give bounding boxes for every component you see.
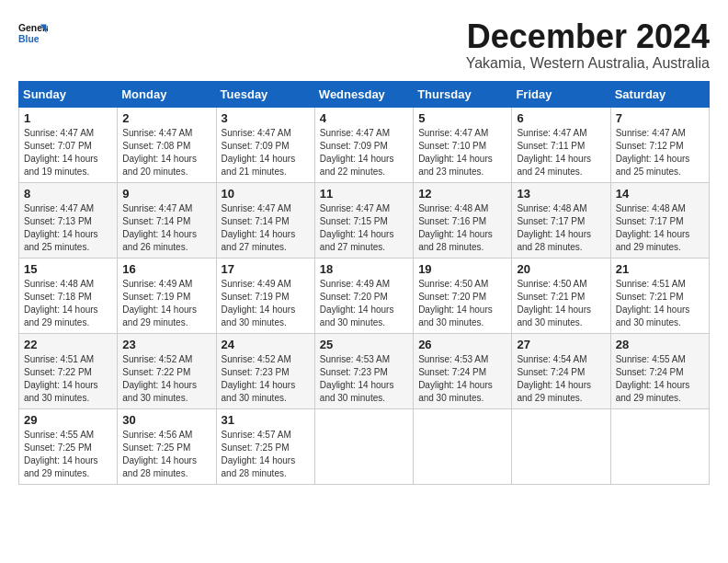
day-info: Sunrise: 4:48 AM Sunset: 7:17 PM Dayligh… — [517, 202, 605, 254]
day-cell-8: 8 Sunrise: 4:47 AM Sunset: 7:13 PM Dayli… — [19, 182, 118, 258]
calendar-week-3: 15 Sunrise: 4:48 AM Sunset: 7:18 PM Dayl… — [19, 258, 710, 333]
day-cell-24: 24 Sunrise: 4:52 AM Sunset: 7:23 PM Dayl… — [216, 333, 314, 408]
day-info: Sunrise: 4:56 AM Sunset: 7:25 PM Dayligh… — [122, 429, 210, 480]
day-info: Sunrise: 4:57 AM Sunset: 7:25 PM Dayligh… — [222, 429, 310, 480]
day-cell-21: 21 Sunrise: 4:51 AM Sunset: 7:21 PM Dayl… — [610, 258, 709, 333]
empty-cell — [314, 408, 413, 484]
day-info: Sunrise: 4:50 AM Sunset: 7:21 PM Dayligh… — [517, 278, 605, 329]
day-cell-26: 26 Sunrise: 4:53 AM Sunset: 7:24 PM Dayl… — [414, 333, 512, 408]
day-info: Sunrise: 4:52 AM Sunset: 7:22 PM Dayligh… — [122, 353, 210, 405]
day-number: 16 — [122, 262, 210, 276]
day-info: Sunrise: 4:47 AM Sunset: 7:11 PM Dayligh… — [517, 127, 605, 178]
day-number: 10 — [222, 187, 310, 201]
day-cell-5: 5 Sunrise: 4:47 AM Sunset: 7:10 PM Dayli… — [414, 107, 512, 182]
day-cell-22: 22 Sunrise: 4:51 AM Sunset: 7:22 PM Dayl… — [19, 333, 118, 408]
day-cell-13: 13 Sunrise: 4:48 AM Sunset: 7:17 PM Dayl… — [512, 182, 610, 258]
day-number: 30 — [122, 413, 210, 427]
day-info: Sunrise: 4:51 AM Sunset: 7:22 PM Dayligh… — [24, 353, 112, 405]
day-number: 31 — [222, 413, 310, 427]
day-number: 7 — [616, 111, 704, 125]
day-number: 3 — [222, 111, 310, 125]
logo: General Blue — [18, 18, 48, 48]
day-number: 6 — [517, 111, 605, 125]
day-info: Sunrise: 4:51 AM Sunset: 7:21 PM Dayligh… — [616, 278, 704, 329]
day-info: Sunrise: 4:47 AM Sunset: 7:13 PM Dayligh… — [24, 202, 112, 254]
day-number: 8 — [24, 187, 112, 201]
day-info: Sunrise: 4:47 AM Sunset: 7:09 PM Dayligh… — [222, 127, 310, 178]
day-number: 2 — [122, 111, 210, 125]
day-cell-15: 15 Sunrise: 4:48 AM Sunset: 7:18 PM Dayl… — [19, 258, 118, 333]
day-header-friday: Friday — [512, 81, 610, 107]
calendar-week-2: 8 Sunrise: 4:47 AM Sunset: 7:13 PM Dayli… — [19, 182, 710, 258]
day-header-thursday: Thursday — [414, 81, 512, 107]
day-info: Sunrise: 4:55 AM Sunset: 7:24 PM Dayligh… — [616, 353, 704, 405]
day-info: Sunrise: 4:49 AM Sunset: 7:20 PM Dayligh… — [320, 278, 408, 329]
day-cell-4: 4 Sunrise: 4:47 AM Sunset: 7:09 PM Dayli… — [314, 107, 413, 182]
day-number: 12 — [418, 187, 506, 201]
day-number: 13 — [517, 187, 605, 201]
svg-text:Blue: Blue — [18, 34, 40, 44]
day-cell-30: 30 Sunrise: 4:56 AM Sunset: 7:25 PM Dayl… — [118, 408, 216, 484]
day-number: 22 — [24, 338, 112, 351]
month-title: December 2024 — [466, 18, 710, 55]
day-cell-19: 19 Sunrise: 4:50 AM Sunset: 7:20 PM Dayl… — [414, 258, 512, 333]
day-cell-29: 29 Sunrise: 4:55 AM Sunset: 7:25 PM Dayl… — [19, 408, 118, 484]
day-info: Sunrise: 4:47 AM Sunset: 7:15 PM Dayligh… — [320, 202, 408, 254]
day-cell-27: 27 Sunrise: 4:54 AM Sunset: 7:24 PM Dayl… — [512, 333, 610, 408]
calendar-week-5: 29 Sunrise: 4:55 AM Sunset: 7:25 PM Dayl… — [19, 408, 710, 484]
empty-cell — [414, 408, 512, 484]
day-cell-3: 3 Sunrise: 4:47 AM Sunset: 7:09 PM Dayli… — [216, 107, 314, 182]
day-info: Sunrise: 4:50 AM Sunset: 7:20 PM Dayligh… — [418, 278, 506, 329]
calendar-table: SundayMondayTuesdayWednesdayThursdayFrid… — [18, 81, 710, 485]
day-info: Sunrise: 4:53 AM Sunset: 7:23 PM Dayligh… — [320, 353, 408, 405]
day-number: 19 — [418, 262, 506, 276]
day-info: Sunrise: 4:48 AM Sunset: 7:17 PM Dayligh… — [616, 202, 704, 254]
day-info: Sunrise: 4:47 AM Sunset: 7:12 PM Dayligh… — [616, 127, 704, 178]
logo-icon: General Blue — [18, 18, 48, 48]
day-info: Sunrise: 4:47 AM Sunset: 7:08 PM Dayligh… — [122, 127, 210, 178]
day-cell-6: 6 Sunrise: 4:47 AM Sunset: 7:11 PM Dayli… — [512, 107, 610, 182]
day-info: Sunrise: 4:53 AM Sunset: 7:24 PM Dayligh… — [418, 353, 506, 405]
day-number: 1 — [24, 111, 112, 125]
day-number: 14 — [616, 187, 704, 201]
day-cell-7: 7 Sunrise: 4:47 AM Sunset: 7:12 PM Dayli… — [610, 107, 709, 182]
empty-cell — [610, 408, 709, 484]
day-number: 20 — [517, 262, 605, 276]
location-title: Yakamia, Western Australia, Australia — [466, 55, 710, 72]
day-number: 5 — [418, 111, 506, 125]
day-header-saturday: Saturday — [610, 81, 709, 107]
day-info: Sunrise: 4:52 AM Sunset: 7:23 PM Dayligh… — [222, 353, 310, 405]
day-header-tuesday: Tuesday — [216, 81, 314, 107]
day-cell-31: 31 Sunrise: 4:57 AM Sunset: 7:25 PM Dayl… — [216, 408, 314, 484]
day-info: Sunrise: 4:54 AM Sunset: 7:24 PM Dayligh… — [517, 353, 605, 405]
day-number: 17 — [222, 262, 310, 276]
day-cell-9: 9 Sunrise: 4:47 AM Sunset: 7:14 PM Dayli… — [118, 182, 216, 258]
day-info: Sunrise: 4:47 AM Sunset: 7:10 PM Dayligh… — [418, 127, 506, 178]
day-number: 18 — [320, 262, 408, 276]
calendar-week-1: 1 Sunrise: 4:47 AM Sunset: 7:07 PM Dayli… — [19, 107, 710, 182]
day-info: Sunrise: 4:48 AM Sunset: 7:16 PM Dayligh… — [418, 202, 506, 254]
day-number: 27 — [517, 338, 605, 351]
day-header-monday: Monday — [118, 81, 216, 107]
day-cell-14: 14 Sunrise: 4:48 AM Sunset: 7:17 PM Dayl… — [610, 182, 709, 258]
day-number: 24 — [222, 338, 310, 351]
day-cell-17: 17 Sunrise: 4:49 AM Sunset: 7:19 PM Dayl… — [216, 258, 314, 333]
day-number: 23 — [122, 338, 210, 351]
day-number: 26 — [418, 338, 506, 351]
day-info: Sunrise: 4:47 AM Sunset: 7:14 PM Dayligh… — [122, 202, 210, 254]
day-cell-20: 20 Sunrise: 4:50 AM Sunset: 7:21 PM Dayl… — [512, 258, 610, 333]
day-info: Sunrise: 4:55 AM Sunset: 7:25 PM Dayligh… — [24, 429, 112, 480]
day-number: 28 — [616, 338, 704, 351]
day-number: 29 — [24, 413, 112, 427]
day-cell-11: 11 Sunrise: 4:47 AM Sunset: 7:15 PM Dayl… — [314, 182, 413, 258]
day-header-sunday: Sunday — [19, 81, 118, 107]
day-cell-25: 25 Sunrise: 4:53 AM Sunset: 7:23 PM Dayl… — [314, 333, 413, 408]
calendar-header-row: SundayMondayTuesdayWednesdayThursdayFrid… — [19, 81, 710, 107]
day-number: 25 — [320, 338, 408, 351]
day-number: 21 — [616, 262, 704, 276]
calendar-week-4: 22 Sunrise: 4:51 AM Sunset: 7:22 PM Dayl… — [19, 333, 710, 408]
day-info: Sunrise: 4:47 AM Sunset: 7:07 PM Dayligh… — [24, 127, 112, 178]
day-cell-12: 12 Sunrise: 4:48 AM Sunset: 7:16 PM Dayl… — [414, 182, 512, 258]
day-info: Sunrise: 4:49 AM Sunset: 7:19 PM Dayligh… — [222, 278, 310, 329]
day-cell-28: 28 Sunrise: 4:55 AM Sunset: 7:24 PM Dayl… — [610, 333, 709, 408]
